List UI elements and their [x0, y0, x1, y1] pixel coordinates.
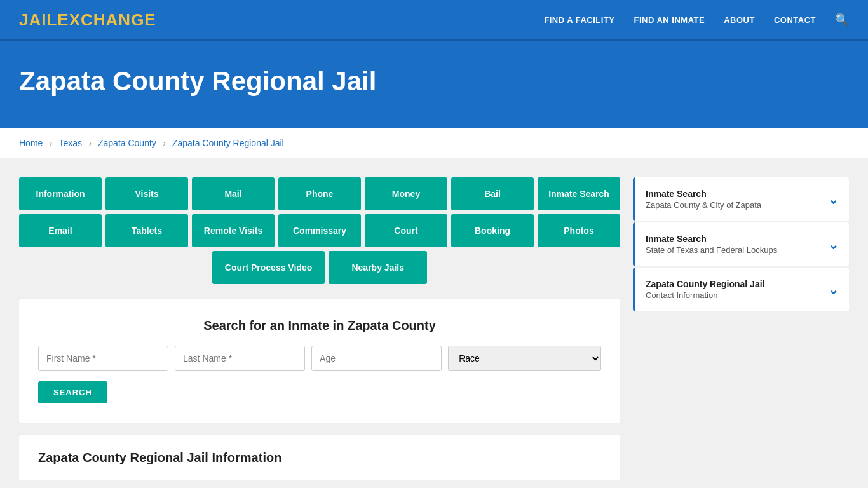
breadcrumb-sep1: › [50, 138, 55, 148]
inmate-search-box: Search for an Inmate in Zapata County Ra… [19, 299, 620, 423]
sidebar-card-2-header[interactable]: Inmate Search State of Texas and Federal… [635, 222, 849, 266]
breadcrumb-jail[interactable]: Zapata County Regional Jail [172, 138, 284, 148]
sidebar-card-3-title: Zapata County Regional Jail [646, 279, 764, 289]
btn-booking[interactable]: Booking [451, 214, 534, 247]
info-section: Zapata County Regional Jail Information [19, 435, 620, 480]
btn-remote-visits[interactable]: Remote Visits [192, 214, 275, 247]
chevron-down-icon-2: ⌄ [828, 237, 839, 252]
info-title: Zapata County Regional Jail Information [38, 451, 601, 465]
sidebar-card-1-subtitle: Zapata County & City of Zapata [646, 200, 761, 210]
btn-phone[interactable]: Phone [278, 177, 361, 210]
btn-email[interactable]: Email [19, 214, 102, 247]
btn-court-process-video[interactable]: Court Process Video [212, 251, 325, 284]
last-name-input[interactable] [175, 346, 305, 371]
btn-nearby-jails[interactable]: Nearby Jails [329, 251, 427, 284]
sidebar-card-2-title: Inmate Search [646, 234, 777, 244]
nav-item-about[interactable]: ABOUT [724, 15, 755, 25]
button-row-1: Information Visits Mail Phone Money Bail… [19, 177, 620, 210]
search-fields: Race White Black Hispanic Asian Other [38, 346, 601, 371]
nav-item-find-an-inmate[interactable]: FIND AN INMATE [634, 15, 705, 25]
button-row-3: Court Process Video Nearby Jails [19, 251, 620, 284]
search-button[interactable]: SEARCH [38, 381, 107, 403]
brand-logo[interactable]: JAILEXCHANGE [19, 10, 156, 30]
search-title: Search for an Inmate in Zapata County [38, 318, 601, 333]
hero-section: Zapata County Regional Jail [0, 41, 868, 128]
breadcrumb: Home › Texas › Zapata County › Zapata Co… [0, 128, 868, 158]
breadcrumb-sep3: › [163, 138, 168, 148]
btn-information[interactable]: Information [19, 177, 102, 210]
breadcrumb-sep2: › [88, 138, 94, 148]
search-icon[interactable]: 🔍 [835, 13, 849, 26]
race-select[interactable]: Race White Black Hispanic Asian Other [448, 346, 601, 371]
btn-court[interactable]: Court [365, 214, 447, 247]
nav-links: FIND A FACILITYFIND AN INMATEABOUTCONTAC… [544, 13, 849, 27]
sidebar-card-2-subtitle: State of Texas and Federal Lockups [646, 245, 777, 255]
sidebar-card-2: Inmate Search State of Texas and Federal… [633, 222, 849, 266]
age-input[interactable] [311, 346, 442, 371]
first-name-input[interactable] [38, 346, 168, 371]
sidebar-card-1-header[interactable]: Inmate Search Zapata County & City of Za… [635, 177, 849, 221]
sidebar: Inmate Search Zapata County & City of Za… [633, 177, 849, 480]
sidebar-card-1-text: Inmate Search Zapata County & City of Za… [646, 189, 761, 210]
breadcrumb-home[interactable]: Home [19, 138, 43, 148]
btn-visits[interactable]: Visits [105, 177, 188, 210]
button-row-2: Email Tablets Remote Visits Commissary C… [19, 214, 620, 247]
brand-part1: JAIL [19, 10, 57, 29]
btn-mail[interactable]: Mail [192, 177, 275, 210]
sidebar-card-1: Inmate Search Zapata County & City of Za… [633, 177, 849, 221]
btn-tablets[interactable]: Tablets [105, 214, 188, 247]
brand-part2: EXCHANGE [57, 10, 156, 29]
sidebar-card-3: Zapata County Regional Jail Contact Info… [633, 268, 849, 311]
sidebar-card-2-text: Inmate Search State of Texas and Federal… [646, 234, 777, 255]
nav-item-find-a-facility[interactable]: FIND A FACILITY [544, 15, 614, 25]
btn-commissary[interactable]: Commissary [278, 214, 361, 247]
btn-bail[interactable]: Bail [451, 177, 534, 210]
sidebar-card-3-header[interactable]: Zapata County Regional Jail Contact Info… [635, 268, 849, 311]
btn-money[interactable]: Money [365, 177, 447, 210]
btn-inmate-search[interactable]: Inmate Search [538, 177, 620, 210]
nav-item-contact[interactable]: CONTACT [774, 15, 816, 25]
sidebar-card-1-title: Inmate Search [646, 189, 761, 199]
sidebar-card-3-subtitle: Contact Information [646, 290, 764, 300]
chevron-down-icon-3: ⌄ [828, 282, 839, 297]
btn-photos[interactable]: Photos [538, 214, 620, 247]
main-wrapper: Information Visits Mail Phone Money Bail… [0, 158, 868, 488]
navbar: JAILEXCHANGE FIND A FACILITYFIND AN INMA… [0, 0, 868, 41]
sidebar-card-3-text: Zapata County Regional Jail Contact Info… [646, 279, 764, 300]
page-title: Zapata County Regional Jail [19, 66, 849, 97]
content-area: Information Visits Mail Phone Money Bail… [19, 177, 620, 480]
breadcrumb-county[interactable]: Zapata County [98, 138, 156, 148]
chevron-down-icon: ⌄ [828, 192, 839, 207]
breadcrumb-texas[interactable]: Texas [58, 138, 82, 148]
